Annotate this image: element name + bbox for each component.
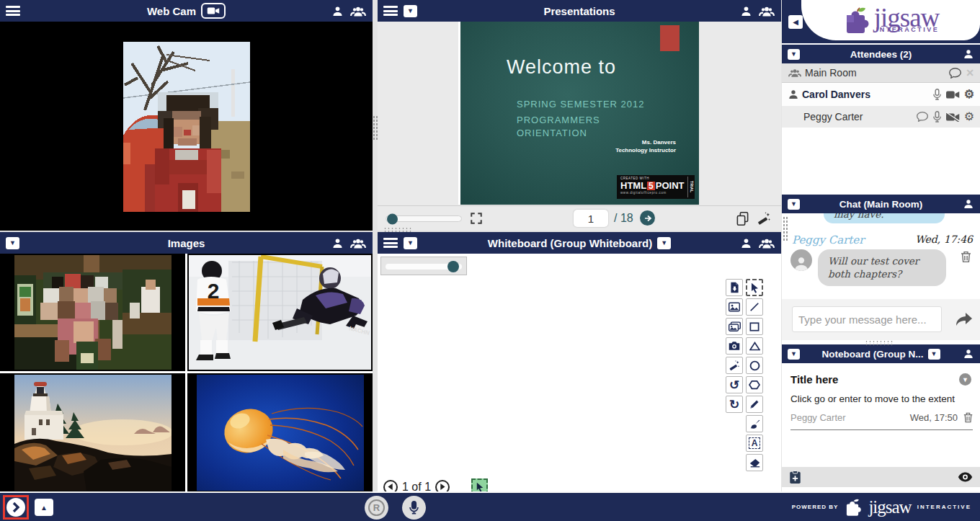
footer-brand-text: jigsaw — [868, 497, 911, 517]
chat-input-area — [782, 299, 980, 340]
export-pdf-button[interactable] — [726, 279, 743, 296]
panel-dropdown-icon[interactable]: ▼ — [404, 237, 417, 249]
attendee-row-carol[interactable]: Carol Danvers ⚙ — [782, 83, 980, 106]
text-tool-button[interactable]: A — [746, 435, 763, 452]
microphone-icon[interactable] — [932, 89, 942, 101]
attendees-header: ▼ Attendees (2) — [782, 45, 980, 63]
undo-button[interactable]: ↺ — [726, 376, 743, 393]
column-resize-handle[interactable] — [373, 115, 378, 140]
camera-icon — [729, 341, 740, 351]
whiteboard-canvas[interactable]: ↺ ↻ — [378, 254, 781, 491]
person-icon[interactable] — [740, 5, 752, 17]
presentation-slide[interactable]: Welcome to SPRING SEMESTER 2012 PROGRAMM… — [458, 22, 699, 205]
noteboard-title: Noteboard (Group N... — [822, 349, 924, 360]
image-thumbnail-jellyfish[interactable] — [187, 373, 373, 491]
expand-panel-button[interactable] — [6, 498, 25, 517]
arrow-right-icon — [643, 214, 652, 223]
polygon-tool-button[interactable] — [746, 376, 763, 393]
add-note-icon[interactable] — [789, 471, 801, 484]
menu-icon[interactable] — [383, 6, 398, 16]
image-thumbnail-lighthouse[interactable] — [0, 373, 185, 491]
person-icon[interactable] — [963, 348, 974, 360]
menu-icon[interactable] — [383, 238, 398, 248]
close-icon[interactable]: ✕ — [966, 67, 974, 79]
group-icon[interactable] — [349, 5, 367, 17]
select-tool-button[interactable] — [746, 279, 763, 296]
visibility-eye-icon[interactable] — [958, 472, 973, 482]
pencil-tool-button[interactable] — [746, 396, 763, 413]
whiteboard-select-dropdown[interactable]: ▼ — [657, 237, 671, 249]
cursor-icon — [750, 282, 760, 293]
row-resize-handle[interactable] — [383, 227, 412, 232]
group-icon[interactable] — [758, 237, 775, 249]
attendee-row-peggy[interactable]: Peggy Carter ⚙ — [782, 106, 980, 128]
circle-tool-button[interactable] — [746, 357, 763, 374]
copy-pages-icon[interactable] — [736, 211, 749, 226]
person-icon[interactable] — [740, 237, 752, 249]
line-tool-button[interactable] — [746, 298, 763, 316]
delete-message-icon[interactable] — [961, 251, 971, 263]
gear-icon[interactable]: ⚙ — [964, 111, 974, 123]
highlighted-expand-control — [3, 495, 29, 520]
page-number-input[interactable] — [574, 210, 608, 227]
arrow-right-icon — [440, 484, 445, 490]
panel-dropdown-icon[interactable]: ▼ — [6, 237, 19, 249]
person-icon[interactable] — [963, 48, 974, 60]
person-icon[interactable] — [963, 198, 974, 210]
group-icon[interactable] — [349, 237, 367, 249]
webcam-toggle-button[interactable] — [201, 3, 226, 19]
eraser-tool-button[interactable] — [746, 454, 763, 471]
image-thumbnail-family[interactable] — [0, 254, 185, 371]
chat-bubble-icon[interactable] — [917, 112, 928, 122]
redo-button[interactable]: ↻ — [726, 396, 743, 413]
hockey-image: 2 NACHN — [189, 255, 371, 370]
person-icon — [788, 89, 799, 100]
insert-image-button[interactable] — [726, 298, 743, 316]
chat-message-list[interactable]: may have. Peggy Carter Wed, 17:46 Will o… — [782, 213, 980, 299]
note-expand-button[interactable]: ▼ — [959, 373, 971, 386]
note-title: Title here — [790, 373, 838, 386]
rectangle-tool-button[interactable] — [746, 318, 763, 335]
triangle-icon — [749, 342, 760, 351]
menu-icon[interactable] — [6, 6, 20, 16]
magic-wand-icon[interactable] — [757, 211, 771, 226]
insert-gallery-button[interactable] — [726, 318, 743, 335]
room-row-main[interactable]: Main Room ✕ — [782, 63, 980, 83]
raise-panel-button[interactable]: ▲ — [35, 499, 53, 516]
presentation-zoom-slider[interactable] — [386, 215, 462, 222]
next-slide-button[interactable] — [640, 210, 655, 226]
panel-dropdown-icon[interactable]: ▼ — [404, 5, 417, 17]
record-button[interactable]: R — [365, 496, 388, 520]
avatar — [790, 249, 812, 271]
group-icon — [788, 68, 802, 78]
image-thumbnail-hockey[interactable]: 2 NACHN — [187, 254, 373, 371]
person-icon[interactable] — [331, 5, 344, 17]
triangle-tool-button[interactable] — [746, 337, 763, 355]
snapshot-button[interactable] — [726, 337, 743, 355]
record-icon: R — [368, 499, 385, 516]
chat-bubble-icon[interactable] — [949, 68, 961, 79]
chat-message-input[interactable] — [792, 306, 942, 332]
htmlpoint-watermark: CREATED WITH HTML5POINT www.digitaloffic… — [617, 175, 695, 199]
effects-wand-button[interactable] — [726, 357, 743, 374]
slider-knob[interactable] — [387, 213, 398, 224]
slider-knob[interactable] — [447, 261, 459, 272]
microphone-button[interactable] — [402, 496, 426, 520]
delete-note-icon[interactable] — [963, 412, 973, 423]
microphone-icon[interactable] — [932, 111, 942, 123]
sidebar-collapse-button[interactable]: ◀ — [788, 15, 803, 29]
noteboard-select-dropdown[interactable]: ▼ — [928, 349, 940, 360]
send-message-icon[interactable] — [956, 312, 973, 326]
sidebar-resize-handle[interactable] — [783, 216, 788, 241]
video-camera-off-icon[interactable] — [946, 112, 960, 122]
person-icon[interactable] — [331, 237, 344, 249]
whiteboard-zoom-slider[interactable] — [380, 257, 467, 275]
gear-icon[interactable]: ⚙ — [964, 89, 974, 100]
video-camera-icon[interactable] — [946, 90, 960, 99]
fullscreen-icon[interactable] — [470, 212, 483, 225]
webcam-header: Web Cam — [0, 0, 373, 22]
group-icon[interactable] — [758, 5, 775, 17]
brush-tool-button[interactable] — [746, 415, 763, 432]
chat-title: Chat (Main Room) — [782, 199, 980, 210]
noteboard-resize-handle[interactable] — [865, 340, 894, 345]
